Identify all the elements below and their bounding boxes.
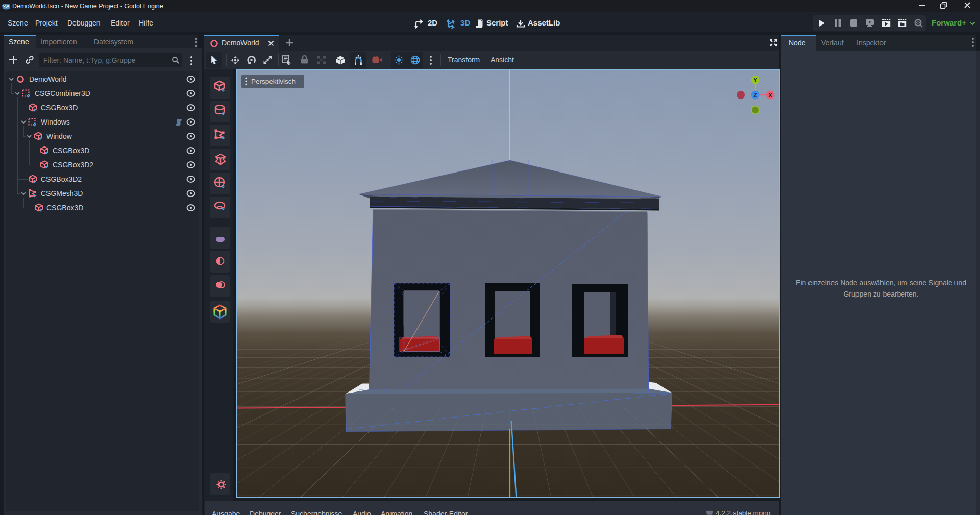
svg-text:Perspektivisch: Perspektivisch xyxy=(251,78,296,85)
svg-text:Z: Z xyxy=(753,92,757,99)
svg-text:Y: Y xyxy=(753,77,757,84)
svg-text:X: X xyxy=(768,92,772,99)
